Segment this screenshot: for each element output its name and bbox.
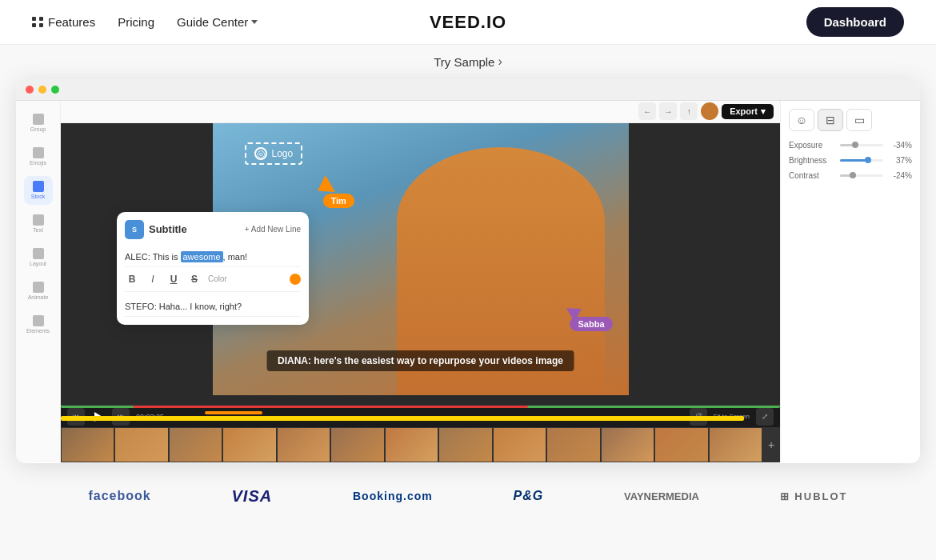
dashboard-button[interactable]: Dashboard xyxy=(806,7,904,37)
exposure-thumb xyxy=(852,142,858,148)
nav-features-link[interactable]: Features xyxy=(32,15,95,29)
export-label: Export xyxy=(730,106,758,116)
brightness-slider[interactable] xyxy=(840,159,883,162)
panel-tabs: ☺ ⊟ ▭ xyxy=(789,109,912,131)
sidebar-label-layout: Layout xyxy=(30,261,46,266)
subtitle-panel-header: S Subtitle + Add New Line xyxy=(125,220,301,239)
color-picker-dot[interactable] xyxy=(290,274,301,285)
contrast-slider[interactable] xyxy=(840,174,883,177)
nav-left: Features Pricing Guide Center xyxy=(32,15,258,29)
subtitle-title: Subtitle xyxy=(149,223,187,235)
panel-tab-crop[interactable]: ▭ xyxy=(846,109,872,131)
subtitle-highlight: awesome xyxy=(181,251,223,262)
export-dropdown-icon: ▾ xyxy=(761,106,766,117)
tim-cursor-badge: Tim xyxy=(317,178,354,208)
brands-bar: facebook VISA Booking.com P&G VAYNERMEDI… xyxy=(0,471,936,522)
track-orange xyxy=(205,411,262,414)
thumb-3 xyxy=(169,427,222,462)
brand-booking: Booking.com xyxy=(353,490,433,502)
sidebar-item-emojis[interactable]: Emojis xyxy=(24,142,53,171)
sidebar-label-animate: Animate xyxy=(28,294,49,300)
chevron-down-icon xyxy=(251,20,258,24)
site-logo[interactable]: VEED.IO xyxy=(430,12,506,33)
sidebar-item-animate[interactable]: Animate xyxy=(24,277,53,306)
italic-button[interactable]: I xyxy=(146,272,160,286)
adjust-icon: ⊟ xyxy=(826,114,835,126)
sidebar-item-stock[interactable]: Stock xyxy=(24,176,53,205)
sidebar-label-stock: Stock xyxy=(31,194,46,199)
try-sample-bar: Try Sample › xyxy=(0,45,936,79)
thumb-13 xyxy=(709,427,762,462)
pricing-link[interactable]: Pricing xyxy=(118,15,154,29)
user-avatar xyxy=(701,102,718,120)
thumb-12 xyxy=(654,427,708,462)
logo-circle-icon: ◎ xyxy=(254,147,267,160)
subtitle-icon: S xyxy=(125,220,144,239)
track-yellow xyxy=(61,416,744,421)
editor-main: ← → ↑ Export ▾ xyxy=(61,101,780,462)
redo-button[interactable]: → xyxy=(659,102,677,120)
grid-icon xyxy=(32,17,43,27)
sabba-cursor-badge: Sabba xyxy=(570,304,612,331)
logo-element[interactable]: ◎ Logo xyxy=(245,142,303,165)
try-sample-label: Try Sample xyxy=(434,55,494,69)
editor-mockup: Group Emojis Stock Text Layout xyxy=(16,79,920,463)
animate-icon xyxy=(33,282,44,293)
undo-button[interactable]: ← xyxy=(638,102,656,120)
layout-icon xyxy=(33,248,44,259)
thumb-4 xyxy=(222,427,276,462)
logo-label: Logo xyxy=(272,148,294,159)
strikethrough-button[interactable]: S xyxy=(187,272,202,286)
contrast-thumb xyxy=(850,172,856,178)
exposure-row: Exposure -34% xyxy=(789,141,912,150)
thumbnail-strip: + xyxy=(61,427,780,462)
thumb-5 xyxy=(277,427,330,462)
exposure-label: Exposure xyxy=(789,141,837,150)
thumb-10 xyxy=(546,427,600,462)
window-close-dot xyxy=(26,86,34,94)
brightness-row: Brightness 37% xyxy=(789,156,912,165)
bold-button[interactable]: B xyxy=(125,272,139,286)
subtitle-line-2: STEFO: Haha... I know, right? xyxy=(125,297,301,317)
try-sample-link[interactable]: Try Sample › xyxy=(434,54,502,69)
window-chrome xyxy=(16,79,920,101)
add-track-button[interactable]: + xyxy=(762,427,780,462)
elements-icon xyxy=(33,315,44,326)
group-icon xyxy=(33,114,44,125)
sidebar-item-layout[interactable]: Layout xyxy=(24,243,53,272)
window-maximize-dot xyxy=(51,86,59,94)
panel-tab-adjust[interactable]: ⊟ xyxy=(818,109,843,131)
arrow-icon: › xyxy=(498,54,502,69)
share-button[interactable]: ↑ xyxy=(680,102,698,120)
brightness-label: Brightness xyxy=(789,156,837,165)
brightness-value: 37% xyxy=(886,156,912,165)
brand-vaynermedia: VAYNERMEDIA xyxy=(624,490,699,502)
editor-top-row: ← → ↑ Export ▾ xyxy=(61,101,780,123)
brand-pg: P&G xyxy=(514,489,544,503)
add-new-line-button[interactable]: + Add New Line xyxy=(245,225,301,234)
brand-visa: VISA xyxy=(231,487,272,506)
sidebar-item-elements[interactable]: Elements xyxy=(24,310,53,339)
main-content: Group Emojis Stock Text Layout xyxy=(0,79,936,471)
sidebar-label-text: Text xyxy=(33,227,43,233)
sidebar-label-elements: Elements xyxy=(26,328,50,334)
thumb-7 xyxy=(385,427,438,462)
panel-tab-face[interactable]: ☺ xyxy=(789,109,814,131)
export-button[interactable]: Export ▾ xyxy=(722,104,774,119)
guide-center-link[interactable]: Guide Center xyxy=(177,15,258,29)
window-minimize-dot xyxy=(38,86,46,94)
contrast-value: -24% xyxy=(886,171,912,180)
underline-button[interactable]: U xyxy=(166,272,181,286)
exposure-value: -34% xyxy=(886,141,912,150)
thumb-8 xyxy=(438,427,492,462)
sidebar-item-text[interactable]: Text xyxy=(24,210,53,238)
contrast-row: Contrast -24% xyxy=(789,171,912,180)
editor-canvas-area[interactable]: ◎ Logo Tim DIANA: here's the easiest way… xyxy=(61,123,780,405)
exposure-slider[interactable] xyxy=(840,144,883,146)
stock-icon xyxy=(33,181,44,192)
editor-timeline[interactable]: ⏮ ⏭ 00:02:25 🔊 Fit to Screen ⤢ xyxy=(61,405,780,462)
sidebar-item-group[interactable]: Group xyxy=(24,109,53,138)
sidebar-label-emojis: Emojis xyxy=(30,160,46,166)
track-red xyxy=(133,405,528,408)
thumb-9 xyxy=(493,427,546,462)
